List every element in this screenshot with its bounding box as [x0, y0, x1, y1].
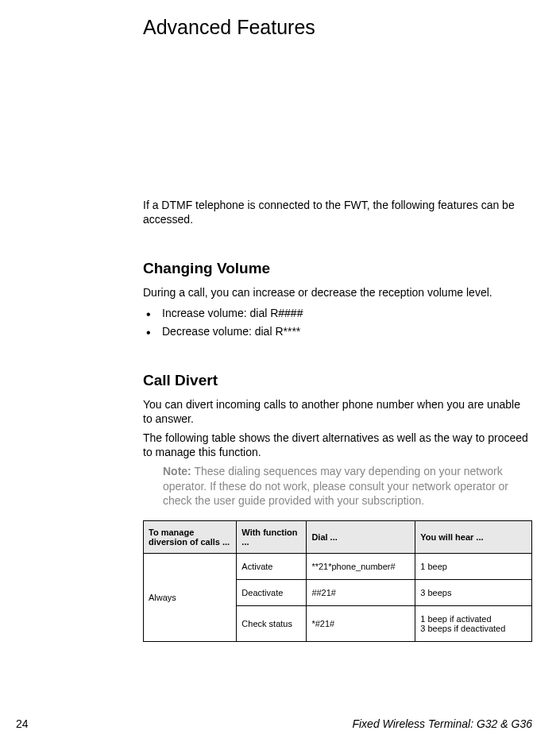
cell-function: Activate	[237, 553, 307, 579]
cell-hear: 1 beep	[415, 553, 532, 579]
volume-bullet-list: Increase volume: dial R#### Decrease vol…	[143, 305, 532, 340]
table-header-manage: To manage diversion of calls ...	[144, 520, 237, 553]
cell-always: Always	[144, 553, 237, 641]
table-row: Always Activate **21*phone_number# 1 bee…	[144, 553, 532, 579]
table-header-hear: You will hear ...	[415, 520, 532, 553]
note-block: Note: These dialing sequences may vary d…	[163, 464, 532, 508]
call-divert-text1: You can divert incoming calls to another…	[143, 397, 532, 426]
cell-function: Check status	[237, 605, 307, 641]
table-header-dial: Dial ...	[307, 520, 415, 553]
cell-hear: 1 beep if activated 3 beeps if deactivat…	[415, 605, 532, 641]
cell-dial: **21*phone_number#	[307, 553, 415, 579]
section-changing-volume-text: During a call, you can increase or decre…	[143, 285, 532, 300]
divert-table: To manage diversion of calls ... With fu…	[143, 520, 532, 642]
intro-text: If a DTMF telephone is connected to the …	[143, 198, 532, 226]
section-changing-volume-title: Changing Volume	[143, 260, 532, 277]
doc-title-footer: Fixed Wireless Terminal: G32 & G36	[352, 717, 532, 730]
bullet-decrease-volume: Decrease volume: dial R****	[143, 323, 532, 340]
cell-dial: ##21#	[307, 579, 415, 605]
table-header-function: With function ...	[237, 520, 307, 553]
bullet-increase-volume: Increase volume: dial R####	[143, 305, 532, 322]
section-call-divert-title: Call Divert	[143, 372, 532, 389]
call-divert-text2: The following table shows the divert alt…	[143, 431, 532, 459]
cell-hear: 3 beeps	[415, 579, 532, 605]
cell-function: Deactivate	[237, 579, 307, 605]
page-number: 24	[16, 717, 29, 730]
page-footer: 24 Fixed Wireless Terminal: G32 & G36	[16, 717, 532, 730]
note-text: These dialing sequences may vary dependi…	[163, 465, 508, 506]
note-label: Note:	[163, 465, 191, 477]
page-title: Advanced Features	[143, 16, 532, 39]
cell-dial: *#21#	[307, 605, 415, 641]
